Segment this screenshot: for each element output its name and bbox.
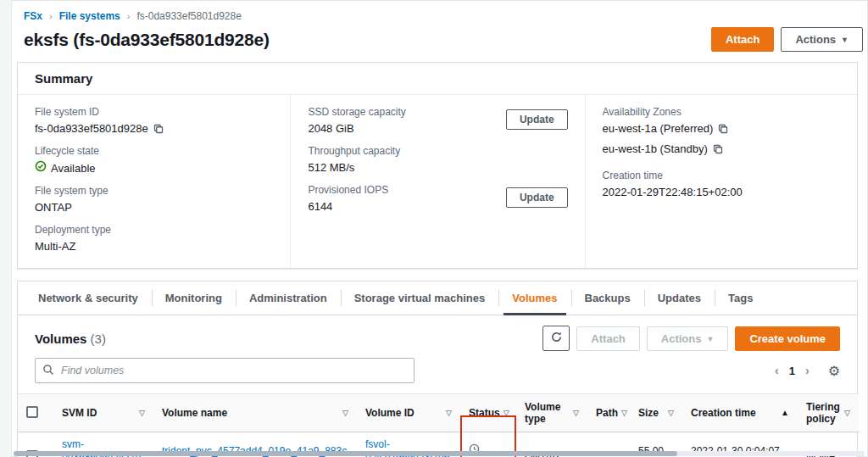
volumes-attach-button[interactable]: Attach <box>576 326 639 351</box>
az-standby-value: eu-west-1b (Standby) <box>603 142 708 156</box>
copy-icon[interactable] <box>718 124 728 134</box>
column-volume-id[interactable]: Volume ID▽ <box>357 394 460 432</box>
search-icon <box>42 364 54 379</box>
horizontal-scrollbar-track[interactable] <box>14 451 865 456</box>
tab-backups[interactable]: Backups <box>571 281 644 315</box>
table-header-row: SVM ID▽ Volume name▽ Volume ID▽ Status▽ … <box>18 394 859 432</box>
create-volume-button[interactable]: Create volume <box>735 326 840 351</box>
sort-icon: ▽ <box>844 407 850 419</box>
page-gutter <box>0 0 12 457</box>
page-title: eksfs (fs-0da933ef5801d928e) <box>24 30 270 50</box>
ssd-storage-value: 2048 GiB <box>308 121 405 136</box>
update-storage-button[interactable]: Update <box>506 109 568 130</box>
tab-bar: Network & security Monitoring Administra… <box>18 281 857 315</box>
refresh-button[interactable] <box>542 326 570 351</box>
actions-label: Actions <box>795 33 836 46</box>
available-status-icon <box>35 160 47 176</box>
throughput-label: Throughput capacity <box>308 145 567 158</box>
lifecycle-state-value: Available <box>51 161 96 176</box>
deployment-type-value: Multi-AZ <box>35 239 273 254</box>
actions-dropdown-button[interactable]: Actions▼ <box>781 27 863 52</box>
iops-label: Provisioned IOPS <box>308 184 388 197</box>
file-system-type-label: File system type <box>35 185 273 198</box>
breadcrumb-fsx[interactable]: FSx <box>24 10 42 22</box>
column-volume-name[interactable]: Volume name▽ <box>153 394 357 432</box>
breadcrumb-current: fs-0da933ef5801d928e <box>136 10 241 22</box>
previous-page-icon[interactable]: ‹ <box>775 364 779 377</box>
tab-monitoring[interactable]: Monitoring <box>152 281 236 315</box>
sort-icon: ▽ <box>342 407 348 419</box>
column-size[interactable]: Size▽ <box>630 394 682 432</box>
sort-icon: ▽ <box>446 407 452 419</box>
breadcrumb-file-systems[interactable]: File systems <box>59 10 120 22</box>
iops-value: 6144 <box>308 199 388 214</box>
breadcrumb-chevron-icon: › <box>127 11 131 21</box>
tab-volumes[interactable]: Volumes <box>498 281 570 315</box>
creation-time-value: 2022-01-29T22:48:15+02:00 <box>603 185 840 199</box>
file-system-type-value: ONTAP <box>35 200 273 215</box>
column-volume-type[interactable]: Volume type▽ <box>516 394 587 432</box>
ssd-storage-label: SSD storage capacity <box>308 106 405 119</box>
sort-icon: ▽ <box>573 407 579 419</box>
az-preferred-value: eu-west-1a (Preferred) <box>603 121 714 136</box>
copy-icon[interactable] <box>153 124 164 134</box>
page-number[interactable]: 1 <box>789 365 795 377</box>
tab-updates[interactable]: Updates <box>644 281 715 315</box>
tab-administration[interactable]: Administration <box>236 281 341 315</box>
volumes-actions-dropdown-button[interactable]: Actions▼ <box>647 326 729 351</box>
summary-title: Summary <box>18 63 857 95</box>
breadcrumb-chevron-icon: › <box>49 11 53 21</box>
find-volumes-input[interactable] <box>35 358 415 383</box>
volumes-title: Volumes (3) <box>35 332 106 346</box>
attach-button[interactable]: Attach <box>711 27 774 52</box>
sort-icon: ▽ <box>504 407 509 419</box>
throughput-value: 512 MB/s <box>308 160 567 175</box>
column-tiering-policy[interactable]: Tiering policy▽ <box>798 394 859 432</box>
refresh-icon <box>550 331 563 346</box>
tab-tags[interactable]: Tags <box>715 281 766 315</box>
preferences-gear-icon[interactable]: ⚙ <box>828 363 840 379</box>
volumes-title-text: Volumes <box>35 332 86 346</box>
volumes-actions-label: Actions <box>661 332 702 345</box>
sort-icon: ▽ <box>621 407 627 419</box>
next-page-icon[interactable]: › <box>805 364 810 377</box>
volumes-table: SVM ID▽ Volume name▽ Volume ID▽ Status▽ … <box>18 393 857 457</box>
sort-ascending-icon: ▲ <box>781 407 789 419</box>
summary-card: Summary File system ID fs-0da933ef5801d9… <box>17 62 858 269</box>
deployment-type-label: Deployment type <box>35 224 273 237</box>
tab-storage-virtual-machines[interactable]: Storage virtual machines <box>341 281 499 315</box>
file-system-id-value: fs-0da933ef5801d928e <box>35 121 148 136</box>
sort-icon: ▽ <box>668 407 674 419</box>
availability-zones-label: Availability Zones <box>603 106 840 119</box>
file-system-id-label: File system ID <box>35 106 273 119</box>
copy-icon[interactable] <box>713 144 723 154</box>
breadcrumb: FSx › File systems › fs-0da933ef5801d928… <box>0 0 868 22</box>
sort-icon: ▽ <box>139 407 145 419</box>
horizontal-scrollbar-thumb[interactable] <box>14 451 677 456</box>
update-iops-button[interactable]: Update <box>506 187 568 208</box>
column-path[interactable]: Path▽ <box>587 394 630 432</box>
column-svm-id[interactable]: SVM ID▽ <box>53 394 153 432</box>
select-all-checkbox[interactable] <box>18 394 53 432</box>
tab-network-security[interactable]: Network & security <box>25 281 152 315</box>
column-creation-time[interactable]: Creation time▲ <box>682 394 798 432</box>
column-status[interactable]: Status▽ <box>460 394 516 432</box>
tabs-panel: Network & security Monitoring Administra… <box>17 281 858 457</box>
volumes-count: (3) <box>91 332 106 346</box>
lifecycle-state-label: Lifecycle state <box>35 145 273 158</box>
creation-time-label: Creation time <box>603 170 840 182</box>
chevron-down-icon: ▼ <box>841 36 849 44</box>
chevron-down-icon: ▼ <box>706 335 714 343</box>
